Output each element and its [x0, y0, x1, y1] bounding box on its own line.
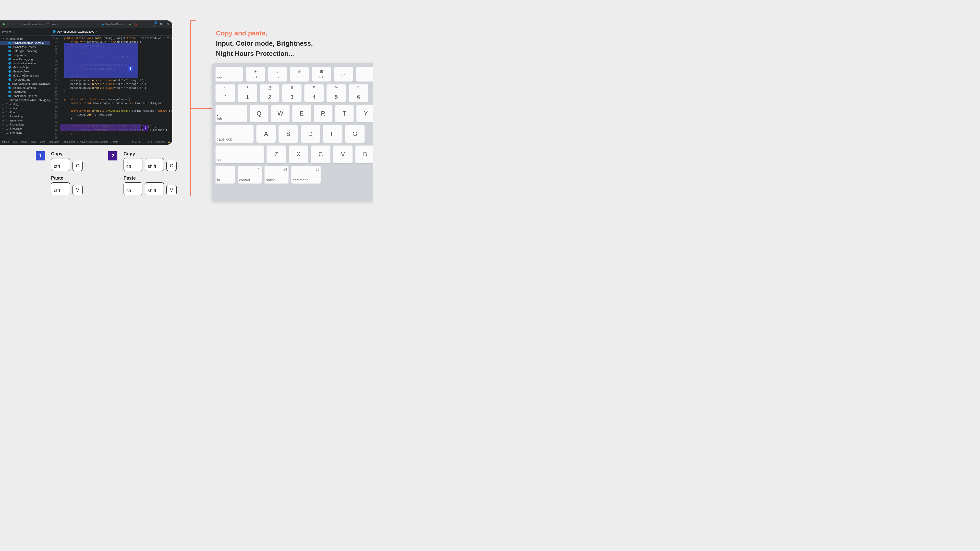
tree-item[interactable]: LambdaEvaluation: [0, 61, 50, 65]
window-close-dot[interactable]: [3, 23, 5, 25]
tree-item[interactable]: MarkingObject: [0, 65, 50, 69]
tree-item[interactable]: DropFrame: [0, 53, 50, 57]
editor-tabstrip: AsyncSchedulerExample.java ×: [50, 28, 172, 36]
tree-item[interactable]: SingleLineLambda: [0, 86, 50, 90]
tree-item[interactable]: AsyncSchedulerExample: [0, 41, 50, 45]
key-v[interactable]: V: [333, 145, 353, 163]
key-f5[interactable]: F5: [334, 67, 353, 82]
project-selector[interactable]: 🗀 intellij-samples ∨: [20, 23, 45, 26]
breadcrumb-item[interactable]: src: [13, 141, 17, 143]
tree-item[interactable]: StackTraceExplorer: [0, 94, 50, 98]
tree-folder[interactable]: intentions: [0, 130, 50, 135]
key-w[interactable]: W: [271, 105, 290, 122]
breadcrumb-item[interactable]: com: [40, 141, 45, 143]
key-5[interactable]: %5: [326, 84, 346, 102]
key-q[interactable]: Q: [250, 105, 269, 122]
breadcrumb-item[interactable]: AsyncSchedulerExample: [80, 141, 108, 143]
breadcrumb-item[interactable]: main: [113, 141, 118, 143]
tree-folder-root[interactable]: debugging: [0, 37, 50, 41]
key-d[interactable]: D: [301, 125, 320, 143]
window-max-dot[interactable]: [12, 23, 14, 25]
code-editor[interactable]: 1213141516171819202122232425262728293031…: [50, 36, 172, 139]
tree-item[interactable]: MultiLineExpressions: [0, 73, 50, 78]
key-2[interactable]: @2: [260, 84, 280, 102]
key-control[interactable]: ⌃control: [238, 166, 262, 184]
status-encoding[interactable]: UTF-8: [145, 141, 152, 143]
window-min-dot[interactable]: [7, 23, 9, 25]
collab-icon[interactable]: 👤⁺: [154, 22, 158, 26]
run-config-selector[interactable]: ◆UserTestData∨: [102, 23, 125, 26]
key-g[interactable]: G: [345, 125, 365, 143]
key-e[interactable]: E: [292, 105, 311, 122]
editor-area: AsyncSchedulerExample.java × 12131415161…: [50, 28, 172, 139]
tree-folder[interactable]: inspections: [0, 122, 50, 127]
tree-folder[interactable]: entity: [0, 106, 50, 110]
key-c[interactable]: C: [311, 145, 331, 163]
key-r[interactable]: R: [313, 105, 332, 122]
key-x[interactable]: X: [289, 145, 308, 163]
key-shift: shift: [145, 158, 164, 171]
ide-body: Project ∨ debuggingAsyncSchedulerExample…: [0, 28, 172, 139]
tree-folder[interactable]: editing: [0, 102, 50, 106]
breadcrumb-item[interactable]: debugging: [64, 141, 76, 143]
key-a[interactable]: A: [256, 125, 276, 143]
project-tool-header[interactable]: Project ∨: [0, 28, 50, 36]
settings-icon[interactable]: ⚙: [166, 22, 170, 26]
key-f[interactable]: F: [323, 125, 342, 143]
code-body[interactable]: 1 2 public static void main(String[] arg…: [60, 36, 172, 139]
paste-heading: Paste: [124, 176, 177, 181]
tree-item[interactable]: MemoryView: [0, 69, 50, 73]
key-1[interactable]: !1: [238, 84, 257, 102]
key-command[interactable]: ⌘command: [291, 166, 321, 184]
branch-selector[interactable]: ᛘ main ∨: [47, 23, 59, 26]
editor-tab-active[interactable]: AsyncSchedulerExample.java ×: [50, 28, 100, 35]
ide-window: 🗀 intellij-samples ∨ ᛘ main ∨ ◆UserTestD…: [0, 21, 172, 144]
breadcrumb-item[interactable]: mples: [2, 141, 9, 143]
search-icon[interactable]: 🔍: [160, 22, 164, 26]
key-`[interactable]: ~`: [215, 84, 235, 102]
key-ctrl: ctrl: [51, 183, 70, 195]
key-3[interactable]: #3: [282, 84, 302, 102]
tree-folder[interactable]: generation: [0, 118, 50, 122]
project-tree[interactable]: debuggingAsyncSchedulerExampleAsyncStack…: [0, 36, 50, 136]
key-t[interactable]: T: [335, 105, 354, 122]
key-option[interactable]: altoption: [264, 166, 289, 184]
more-icon[interactable]: ⋮: [140, 22, 144, 26]
debug-icon[interactable]: 🐞: [134, 22, 138, 26]
key-s[interactable]: S: [278, 125, 298, 143]
breadcrumb-item[interactable]: jetbrains: [49, 141, 59, 143]
close-tab-icon[interactable]: ×: [96, 30, 97, 33]
key-f4[interactable]: ⊞F4: [312, 67, 331, 82]
callout-badge-2: 2: [108, 151, 118, 160]
status-indent[interactable]: 4 spaces: [154, 141, 165, 143]
key-capslock[interactable]: caps lock: [215, 125, 254, 143]
tree-item[interactable]: ThrowExceptionWhileDebugging: [0, 98, 50, 102]
tree-item[interactable]: InlineDebugging: [0, 57, 50, 61]
key-b[interactable]: B: [355, 145, 372, 163]
key-fn[interactable]: fn: [215, 166, 235, 184]
key-y[interactable]: Y: [356, 105, 372, 122]
key-shift[interactable]: shift: [215, 145, 264, 163]
tree-folder[interactable]: flow: [0, 110, 50, 114]
key-f2[interactable]: ☼F2: [268, 67, 287, 82]
tree-item[interactable]: SmartStep: [0, 90, 50, 94]
key-z[interactable]: Z: [266, 145, 286, 163]
tree-item[interactable]: AsyncStackTraces: [0, 45, 50, 49]
key-f3[interactable]: ⎚F3: [290, 67, 309, 82]
key-f1[interactable]: ☀︎F1: [246, 67, 265, 82]
tree-item[interactable]: DataTypeRendering: [0, 49, 50, 53]
readonly-lock-icon[interactable]: 🔒: [167, 141, 170, 143]
run-icon[interactable]: ▶: [128, 22, 131, 26]
breadcrumb-item[interactable]: java: [31, 141, 36, 143]
tree-item[interactable]: SetBreakpointFromStackTrace: [0, 82, 50, 86]
key-tab[interactable]: •tab: [215, 105, 247, 122]
status-lf[interactable]: LF: [139, 141, 142, 143]
tree-folder[interactable]: formatting: [0, 114, 50, 118]
tree-folder[interactable]: integration: [0, 127, 50, 130]
breadcrumb-item[interactable]: main: [21, 141, 27, 143]
key-4[interactable]: $4: [304, 84, 324, 102]
key-esc[interactable]: esc: [215, 67, 243, 82]
tree-item[interactable]: ReverseString: [0, 78, 50, 82]
key-f[interactable]: F: [356, 67, 372, 82]
key-6[interactable]: ^6: [348, 84, 368, 102]
